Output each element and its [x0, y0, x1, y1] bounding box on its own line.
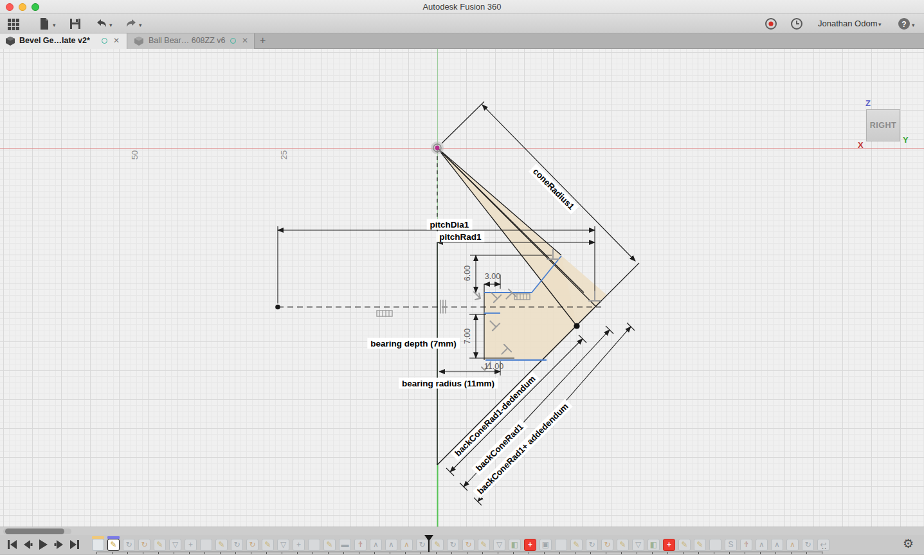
close-tab-icon[interactable]: ✕ — [242, 36, 248, 45]
file-icon[interactable] — [37, 17, 51, 31]
save-icon[interactable] — [68, 17, 82, 31]
timeline-item-pin[interactable]: Ϯ — [354, 539, 367, 551]
timeline-item-joint[interactable]: + — [663, 539, 675, 551]
titlebar: Autodesk Fusion 360 — [0, 0, 924, 14]
timeline-group-bar-yellow — [92, 536, 104, 539]
timeline-item-sketch[interactable]: ✎ — [694, 539, 706, 551]
timeline-item-box[interactable] — [308, 539, 320, 551]
timeline-item-retime[interactable]: ↻ — [802, 539, 814, 551]
user-menu-caret-icon[interactable]: ▾ — [878, 21, 882, 28]
timeline-item-sketch[interactable]: ✎ — [478, 539, 490, 551]
tab-bevel-gear[interactable]: Bevel Ge…late v2* ✕ — [0, 33, 127, 49]
timeline-item-fold[interactable]: ∧ — [385, 539, 397, 551]
timeline-item-revolve[interactable]: ↻ — [231, 539, 243, 551]
timeline-scroll-strip — [0, 527, 924, 535]
dim-value-11[interactable]: 11.00 — [484, 362, 503, 371]
construction-endpoint[interactable] — [275, 305, 280, 310]
timeline-item-sweep[interactable]: S — [725, 539, 737, 551]
timeline-settings-gear-icon[interactable]: ⚙ — [903, 536, 914, 551]
close-tab-icon[interactable]: ✕ — [113, 36, 120, 45]
new-tab-button[interactable]: + — [260, 35, 266, 46]
timeline-item-sketch[interactable]: ✎ — [570, 539, 583, 551]
record-icon[interactable] — [764, 17, 778, 31]
application-toolbar: ▾ ▾ ▾ Jonathan Odom ▾ ? ▾ — [0, 14, 924, 33]
help-icon[interactable]: ? — [897, 17, 911, 31]
sync-status-icon — [230, 38, 236, 44]
timeline-item-funnel[interactable]: ▽ — [632, 539, 644, 551]
timeline-item-cylinder[interactable]: ▬ — [339, 539, 351, 551]
app-grid-icon[interactable] — [6, 17, 21, 31]
document-cube-icon — [134, 36, 144, 46]
dim-value-7[interactable]: 7.00 — [463, 329, 472, 344]
timeline-item-sketch[interactable]: ✎ — [107, 539, 120, 551]
timeline-item-joint[interactable]: + — [185, 539, 197, 551]
dim-label-bearing-radius[interactable]: bearing radius (11mm) — [399, 378, 498, 389]
sketch-point[interactable] — [574, 323, 579, 329]
tab-ball-bearing[interactable]: Ball Bear… 608ZZ v6 ✕ — [127, 33, 255, 49]
status-strip — [0, 554, 924, 560]
timeline-item-revolve[interactable]: ↻ — [447, 539, 459, 551]
tab-label: Bevel Ge…late v2* — [19, 36, 90, 45]
timeline-item-funnel[interactable]: ▽ — [277, 539, 289, 551]
timeline-item-mirror[interactable]: ◧ — [509, 539, 521, 551]
timeline-item-sketch[interactable]: ✎ — [262, 539, 274, 551]
timeline-item-box[interactable] — [555, 539, 567, 551]
timeline-item-fold-o[interactable]: ∧ — [786, 539, 799, 551]
clock-icon[interactable] — [790, 17, 804, 31]
grid-label-25: 25 — [279, 150, 289, 159]
dim-label-bearing-depth[interactable]: bearing depth (7mm) — [367, 338, 460, 349]
timeline-item-sketch[interactable]: ✎ — [617, 539, 629, 551]
viewcube[interactable]: RIGHT — [866, 109, 900, 141]
timeline-item-pin[interactable]: Ϯ — [740, 539, 752, 551]
viewcube-z-axis-label: Z — [865, 98, 871, 108]
timeline-item-fold-o[interactable]: ∧ — [401, 539, 413, 551]
timeline-scrollbar-track[interactable] — [3, 528, 71, 534]
timeline-item-revolve-o[interactable]: ↻ — [462, 539, 475, 551]
viewcube-x-axis-label: X — [858, 140, 864, 150]
corner-constraint-icon — [474, 292, 480, 300]
timeline-item-sketch[interactable]: ✎ — [154, 539, 166, 551]
timeline-item-mirror[interactable]: ◧ — [648, 539, 660, 551]
timeline-item-revolve-o[interactable]: ↻ — [138, 539, 150, 551]
sketch-canvas[interactable]: 50 25 pitchDia1 pitchRad1 coneRadius1 be… — [0, 49, 924, 527]
timeline-item-funnel[interactable]: ▽ — [169, 539, 181, 551]
timeline-item-joint[interactable]: + — [293, 539, 305, 551]
timeline-item-box[interactable] — [92, 539, 104, 551]
timeline-item-sketch[interactable]: ✎ — [678, 539, 691, 551]
redo-menu-caret-icon[interactable]: ▾ — [139, 22, 142, 28]
timeline-item-revolve[interactable]: ↻ — [586, 539, 598, 551]
timeline-scrollbar-thumb[interactable] — [5, 528, 64, 534]
grid-label-50: 50 — [130, 150, 140, 159]
undo-menu-caret-icon[interactable]: ▾ — [109, 22, 113, 28]
undo-icon[interactable] — [95, 17, 109, 31]
timeline-playhead[interactable] — [424, 535, 433, 553]
timeline-item-box[interactable] — [200, 539, 212, 551]
dim-value-3[interactable]: 3.00 — [485, 272, 500, 281]
tab-label: Ball Bear… 608ZZ v6 — [149, 36, 226, 45]
timeline-item-funnel[interactable]: ▽ — [493, 539, 505, 551]
help-menu-caret-icon[interactable]: ▾ — [912, 22, 915, 28]
collinear-constraint-icon — [377, 311, 392, 316]
timeline-item-fold[interactable]: ∧ — [370, 539, 382, 551]
timeline-item-fold[interactable]: ∧ — [756, 539, 768, 551]
timeline-item-revolve-o[interactable]: ↻ — [601, 539, 613, 551]
timeline-item-fold[interactable]: ∧ — [771, 539, 783, 551]
viewcube-y-axis-label: Y — [903, 135, 909, 145]
dim-value-6[interactable]: 6.00 — [463, 266, 472, 281]
timeline-item-box[interactable] — [709, 539, 721, 551]
timeline-item-revolve-o[interactable]: ↻ — [246, 539, 258, 551]
timeline-item-sketch[interactable]: ✎ — [323, 539, 336, 551]
timeline-item-box-plus[interactable]: ▣ — [539, 539, 552, 551]
document-tabbar: Bevel Ge…late v2* ✕ Ball Bear… 608ZZ v6 … — [0, 33, 924, 49]
dim-label-pitchrad[interactable]: pitchRad1 — [436, 231, 484, 242]
dim-label-pitchdia[interactable]: pitchDia1 — [427, 219, 473, 230]
timeline-bar: ✎↻↻✎▽+✎↻↻✎▽+✎▬Ϯ∧∧∧↻✎↻↻✎▽◧+▣✎↻↻✎▽◧+✎✎SϮ∧∧… — [0, 535, 924, 554]
redo-icon[interactable] — [124, 17, 138, 31]
user-menu[interactable]: Jonathan Odom — [818, 19, 878, 28]
window-title: Autodesk Fusion 360 — [0, 2, 924, 12]
timeline-item-revolve[interactable]: ↻ — [123, 539, 135, 551]
timeline-item-joint[interactable]: + — [524, 539, 536, 551]
timeline-item-sketch[interactable]: ✎ — [215, 539, 228, 551]
file-menu-caret-icon[interactable]: ▾ — [53, 22, 56, 28]
svg-text:?: ? — [901, 20, 906, 29]
